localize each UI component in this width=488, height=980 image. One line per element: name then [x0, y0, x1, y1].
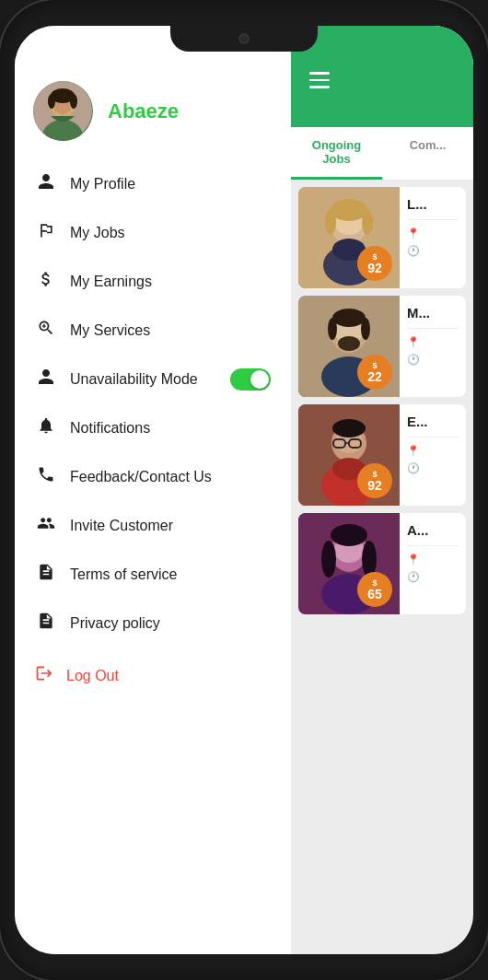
job-image: $ 22 [298, 296, 400, 397]
divider [407, 545, 459, 546]
svg-point-21 [328, 318, 337, 340]
invite-icon [35, 514, 57, 537]
clock-icon: 🕐 [407, 354, 420, 366]
privacy-label: Privacy policy [70, 615, 160, 632]
invite-label: Invite Customer [70, 518, 173, 534]
menu-item-feedback[interactable]: Feedback/Contact Us [15, 452, 291, 501]
my-services-label: My Services [70, 322, 150, 339]
menu-item-notifications[interactable]: Notifications [15, 403, 291, 452]
job-info: M... 📍 🕐 [400, 296, 466, 397]
location-icon: 📍 [407, 554, 420, 566]
jobs-list: $ 92 L... 📍 🕐 [291, 180, 473, 622]
svg-point-22 [361, 318, 370, 340]
menu-item-invite[interactable]: Invite Customer [15, 501, 291, 550]
job-name: A... [407, 522, 459, 538]
svg-point-12 [331, 199, 367, 221]
clock-icon: 🕐 [407, 571, 420, 583]
job-name: M... [407, 305, 459, 321]
job-time: 🕐 [407, 571, 459, 583]
hamburger-line-2 [309, 79, 330, 82]
svg-point-23 [338, 336, 360, 351]
menu-item-unavailability[interactable]: Unavailability Mode [15, 355, 291, 403]
my-profile-label: My Profile [70, 176, 135, 192]
clock-icon: 🕐 [407, 245, 420, 257]
job-card[interactable]: $ 22 M... 📍 🕐 [298, 296, 466, 397]
my-earnings-label: My Earnings [70, 274, 152, 290]
svg-point-5 [48, 94, 55, 109]
hamburger-menu[interactable] [309, 72, 330, 88]
menu-item-my-profile[interactable]: My Profile [15, 159, 291, 208]
job-image: $ 92 [298, 404, 400, 506]
toggle-knob [250, 370, 269, 389]
svg-point-6 [70, 94, 77, 109]
job-location: 📍 [407, 554, 459, 566]
job-name: E... [407, 414, 459, 429]
job-time: 🕐 [407, 245, 459, 257]
menu-item-my-earnings[interactable]: My Earnings [15, 257, 291, 306]
divider [407, 328, 459, 329]
logout-label: Log Out [66, 668, 119, 684]
svg-rect-8 [43, 324, 44, 328]
notch [170, 26, 318, 52]
hamburger-line-1 [309, 72, 330, 75]
feedback-icon [35, 465, 57, 488]
svg-point-37 [331, 524, 367, 546]
job-location: 📍 [407, 445, 459, 457]
price-badge: $ 92 [357, 463, 392, 498]
tabs-bar: Ongoing Jobs Com... [291, 127, 473, 180]
unavailability-toggle[interactable] [230, 368, 271, 391]
phone-frame: Abaeze My Profile My Jobs [0, 0, 488, 980]
green-header [291, 26, 473, 127]
logout-button[interactable]: Log Out [15, 651, 291, 700]
profile-icon [35, 172, 57, 195]
job-location: 📍 [407, 228, 459, 239]
hamburger-line-3 [309, 86, 330, 88]
username: Abaeze [108, 99, 179, 123]
price-badge: $ 65 [357, 572, 392, 607]
terms-icon [35, 563, 57, 586]
side-drawer: Abaeze My Profile My Jobs [15, 26, 291, 954]
svg-point-14 [362, 209, 373, 235]
location-icon: 📍 [407, 336, 420, 348]
tab-ongoing[interactable]: Ongoing Jobs [291, 127, 382, 180]
job-card[interactable]: $ 92 E... 📍 🕐 [298, 404, 466, 506]
job-time: 🕐 [407, 354, 459, 366]
svg-point-13 [325, 209, 336, 235]
svg-point-31 [332, 419, 366, 438]
notifications-label: Notifications [70, 420, 150, 437]
job-card[interactable]: $ 65 A... 📍 🕐 [298, 513, 466, 614]
my-jobs-label: My Jobs [70, 225, 125, 241]
unavailability-label: Unavailability Mode [70, 371, 198, 388]
job-name: L... [407, 196, 459, 212]
divider [407, 437, 459, 438]
job-image: $ 65 [298, 513, 400, 614]
jobs-icon [35, 221, 57, 244]
svg-point-38 [321, 541, 336, 578]
menu-item-my-jobs[interactable]: My Jobs [15, 208, 291, 257]
main-content: Ongoing Jobs Com... [291, 26, 473, 954]
svg-point-20 [332, 309, 366, 327]
job-info: A... 📍 🕐 [400, 513, 466, 614]
menu-item-terms[interactable]: Terms of service [15, 550, 291, 599]
job-location: 📍 [407, 336, 459, 348]
privacy-icon [35, 612, 57, 635]
job-time: 🕐 [407, 462, 459, 474]
notifications-icon [35, 416, 57, 439]
job-card[interactable]: $ 92 L... 📍 🕐 [298, 187, 466, 288]
unavailability-icon [35, 368, 57, 391]
earnings-icon [35, 270, 57, 293]
camera [238, 33, 250, 44]
terms-label: Terms of service [70, 566, 177, 583]
menu-item-privacy[interactable]: Privacy policy [15, 599, 291, 648]
tab-completed[interactable]: Com... [382, 127, 473, 180]
avatar [33, 81, 93, 141]
unavailability-left: Unavailability Mode [35, 368, 198, 391]
menu-item-my-services[interactable]: My Services [15, 306, 291, 355]
logout-icon [35, 664, 53, 687]
price-badge: $ 92 [357, 246, 392, 281]
price-badge: $ 22 [357, 355, 392, 390]
services-icon [35, 319, 57, 342]
feedback-label: Feedback/Contact Us [70, 469, 212, 485]
job-info: L... 📍 🕐 [400, 187, 466, 288]
clock-icon: 🕐 [407, 462, 420, 474]
